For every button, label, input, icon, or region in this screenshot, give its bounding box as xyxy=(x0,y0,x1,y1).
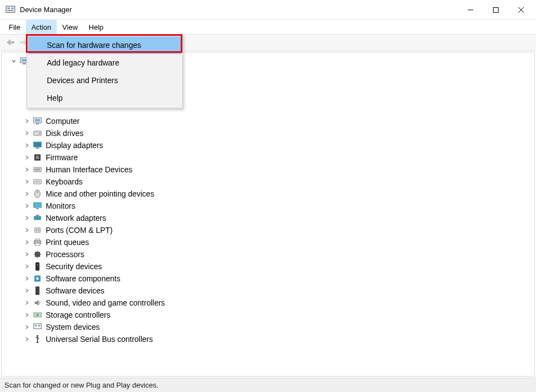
statusbar: Scan for changed or new Plug and Play de… xyxy=(0,378,536,392)
port-icon xyxy=(33,225,42,235)
printer-icon xyxy=(33,237,42,247)
window-controls xyxy=(458,0,534,20)
svg-rect-51 xyxy=(38,325,40,326)
usb-icon xyxy=(33,334,42,344)
app-icon xyxy=(6,5,15,15)
svg-rect-30 xyxy=(36,215,39,216)
tree-node-label: Firmware xyxy=(46,153,78,162)
tree-node-label: Computer xyxy=(46,117,79,126)
chevron-down-icon[interactable] xyxy=(10,58,17,64)
menu-devices-printers[interactable]: Devices and Printers xyxy=(28,72,181,89)
menu-action[interactable]: Action xyxy=(26,20,57,34)
tree-node[interactable]: System devices xyxy=(4,321,534,333)
display-icon xyxy=(33,140,42,150)
tree-node-label: Universal Serial Bus controllers xyxy=(46,335,153,344)
tree-node[interactable]: Mice and other pointing devices xyxy=(4,188,534,200)
menu-file[interactable]: File xyxy=(3,20,26,34)
tree-node[interactable]: Disk drives xyxy=(4,127,534,139)
chevron-right-icon[interactable] xyxy=(24,178,30,185)
svg-rect-21 xyxy=(35,168,40,171)
tree-node-label: Network adapters xyxy=(46,214,106,222)
svg-rect-5 xyxy=(494,7,499,12)
svg-rect-28 xyxy=(36,208,39,209)
chevron-right-icon[interactable] xyxy=(24,142,30,149)
chevron-right-icon[interactable] xyxy=(24,275,30,282)
tree-node[interactable]: Network adapters xyxy=(4,212,534,224)
tree-node[interactable]: Software devices xyxy=(4,285,534,297)
chevron-right-icon[interactable] xyxy=(24,190,30,197)
tree-node[interactable]: Ports (COM & LPT) xyxy=(4,224,534,236)
chevron-right-icon[interactable] xyxy=(24,203,30,209)
tree-node-label: Software devices xyxy=(46,286,105,295)
chevron-right-icon[interactable] xyxy=(24,118,30,124)
action-menu-dropdown: Scan for hardware changes Add legacy har… xyxy=(26,35,183,108)
svg-rect-54 xyxy=(37,342,39,343)
back-button[interactable] xyxy=(4,36,17,48)
chevron-right-icon[interactable] xyxy=(24,239,30,246)
toolbar: Scan for hardware changes Add legacy har… xyxy=(0,34,536,51)
tree-node[interactable]: Computer xyxy=(4,115,534,127)
chevron-right-icon[interactable] xyxy=(24,312,30,318)
chevron-right-icon[interactable] xyxy=(24,215,30,221)
close-button[interactable] xyxy=(508,0,534,20)
chevron-right-icon[interactable] xyxy=(24,130,30,137)
svg-rect-50 xyxy=(35,325,37,326)
hid-icon xyxy=(33,165,42,175)
tree-node[interactable]: Universal Serial Bus controllers xyxy=(4,333,534,345)
svg-rect-42 xyxy=(36,263,39,270)
svg-rect-31 xyxy=(35,228,40,232)
chevron-right-icon[interactable] xyxy=(24,300,30,306)
menu-help[interactable]: Help xyxy=(83,20,109,34)
tree-node[interactable]: Human Interface Devices xyxy=(4,164,534,176)
maximize-button[interactable] xyxy=(483,0,508,20)
tree-node[interactable]: Monitors xyxy=(4,200,534,212)
chevron-right-icon[interactable] xyxy=(24,154,30,161)
software-icon xyxy=(33,274,42,284)
tree-node-label: Mice and other pointing devices xyxy=(46,189,154,198)
tree-node[interactable]: Print queues xyxy=(4,236,534,248)
tree-node-label: Security devices xyxy=(46,262,102,271)
chevron-right-icon[interactable] xyxy=(24,336,30,342)
disk-icon xyxy=(33,128,42,138)
tree-node[interactable]: Display adapters xyxy=(4,139,534,151)
tree-node-label: Software components xyxy=(46,274,120,283)
svg-rect-19 xyxy=(36,156,39,159)
mouse-icon xyxy=(33,189,42,199)
svg-rect-16 xyxy=(34,142,41,147)
svg-point-32 xyxy=(36,230,37,231)
tree-node-label: Processors xyxy=(46,250,84,259)
svg-point-43 xyxy=(37,264,38,265)
keyboard-icon xyxy=(33,177,42,187)
svg-rect-1 xyxy=(7,7,10,9)
status-text: Scan for changed or new Plug and Play de… xyxy=(4,381,159,389)
menubar: File Action View Help xyxy=(0,20,536,34)
tree-node-label: Keyboards xyxy=(46,177,83,186)
chevron-right-icon[interactable] xyxy=(24,324,30,330)
tree-node[interactable]: Security devices xyxy=(4,260,534,273)
menu-scan-hardware[interactable]: Scan for hardware changes xyxy=(28,36,181,54)
menu-help-item[interactable]: Help xyxy=(28,89,181,107)
tree-node[interactable]: Processors xyxy=(4,248,534,260)
tree-node[interactable]: Sound, video and game controllers xyxy=(4,297,534,309)
minimize-button[interactable] xyxy=(458,0,483,20)
chevron-right-icon[interactable] xyxy=(24,227,30,233)
tree-node[interactable]: Storage controllers xyxy=(4,309,534,321)
svg-point-48 xyxy=(36,314,39,316)
tree-node[interactable]: Firmware xyxy=(4,151,534,164)
chevron-right-icon[interactable] xyxy=(24,166,30,173)
menu-add-legacy-hardware[interactable]: Add legacy hardware xyxy=(28,54,181,72)
svg-rect-12 xyxy=(35,119,40,122)
sound-icon xyxy=(33,298,42,308)
menu-view[interactable]: View xyxy=(57,20,83,34)
chevron-right-icon[interactable] xyxy=(24,263,30,270)
svg-rect-46 xyxy=(36,287,39,295)
svg-rect-36 xyxy=(35,243,40,246)
chevron-right-icon[interactable] xyxy=(24,251,30,258)
svg-rect-35 xyxy=(35,239,40,241)
tree-node[interactable]: Software components xyxy=(4,273,534,285)
tree-node-label: Ports (COM & LPT) xyxy=(46,226,112,235)
svg-rect-2 xyxy=(11,7,14,9)
chevron-right-icon[interactable] xyxy=(24,287,30,294)
tree-node[interactable]: Keyboards xyxy=(4,176,534,188)
svg-rect-29 xyxy=(34,216,41,220)
